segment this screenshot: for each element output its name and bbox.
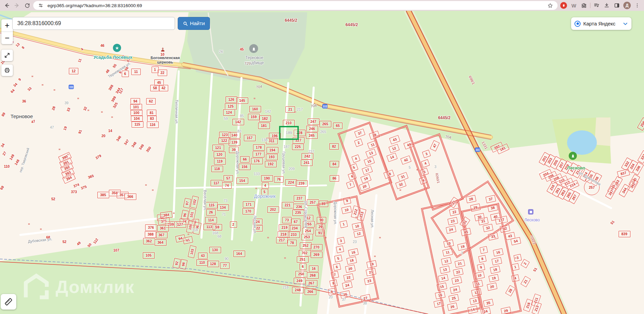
parcel-839[interactable]: 839 — [619, 231, 630, 237]
parcel-371[interactable]: 371 — [157, 217, 170, 225]
parcel-210[interactable]: 210 — [283, 120, 295, 126]
parcel-385[interactable]: 385 — [97, 192, 109, 198]
parcel-42[interactable]: 42 — [159, 85, 168, 91]
parcel-194[interactable]: 194 — [267, 147, 278, 153]
parcel-119[interactable]: 119 — [214, 158, 226, 165]
address-bar[interactable]: egrp365.org/map/?kadnum=36:28:8316000:69 — [33, 1, 558, 10]
parcel-9[interactable]: 9 — [343, 197, 351, 205]
parcel-4[interactable]: 4 — [336, 245, 344, 253]
parcel-269[interactable]: 269 — [311, 252, 323, 258]
parcel-344[interactable]: 344 — [619, 184, 630, 197]
parcel-43[interactable]: 43 — [198, 253, 208, 259]
parcel-121[interactable]: 121 — [212, 145, 224, 151]
parcel-216[interactable]: 216 — [523, 298, 533, 312]
parcel-4[interactable]: 4 — [262, 182, 269, 189]
parcel-252[interactable]: 252 — [300, 242, 312, 249]
parcel-84[interactable]: 84 — [330, 161, 339, 167]
parcel-702[interactable]: 702 — [299, 250, 311, 256]
parcel-237[interactable]: 237 — [294, 195, 306, 202]
parcel-117[interactable]: 117 — [211, 180, 222, 186]
parcel-182[interactable]: 182 — [259, 115, 271, 122]
parcel-347[interactable]: 347 — [605, 186, 617, 199]
parcel-5[interactable]: 5 — [334, 255, 342, 262]
parcel-81[interactable]: 81 — [147, 110, 156, 116]
extensions-icon[interactable] — [580, 1, 588, 10]
parcel-139[interactable]: 139 — [229, 139, 240, 146]
parcel-22[interactable]: 22 — [158, 70, 167, 76]
parcel-8[interactable]: 8 — [329, 279, 337, 287]
parcel-9[interactable]: 9 — [328, 288, 336, 296]
parcel-233[interactable]: 233 — [288, 232, 300, 238]
parcel-251[interactable]: 251 — [297, 256, 309, 263]
parcel-164[interactable]: 164 — [233, 251, 245, 257]
parcel-125[interactable]: 125 — [225, 103, 237, 110]
parcel-110[interactable]: 110 — [196, 259, 208, 266]
parcel-225[interactable]: 225 — [292, 144, 304, 150]
parcel-258[interactable]: 258 — [637, 117, 644, 131]
parcel-21[interactable]: 21 — [521, 276, 531, 287]
parcel-115[interactable]: 115 — [132, 121, 143, 128]
parcel-134[interactable]: 134 — [217, 204, 229, 211]
parcel-91[interactable]: 91 — [315, 230, 325, 236]
parcel-178[interactable]: 178 — [253, 144, 265, 151]
parcel-12[interactable]: 12 — [69, 68, 78, 74]
url-text[interactable]: egrp365.org/map/?kadnum=36:28:8316000:69 — [47, 3, 142, 8]
parcel-249[interactable]: 249 — [294, 278, 306, 284]
parcel-245[interactable]: 245 — [306, 132, 318, 139]
parcel-59[interactable]: 59 — [213, 224, 222, 230]
parcel-77[interactable]: 77 — [220, 262, 230, 269]
parcel-361[interactable]: 361 — [157, 225, 169, 232]
parcel-116[interactable]: 116 — [147, 122, 159, 128]
parcel-115[interactable]: 115 — [206, 202, 218, 208]
parcel-124[interactable]: 124 — [223, 109, 235, 116]
parcel-118[interactable]: 118 — [211, 166, 223, 172]
parcel-142[interactable]: 142 — [232, 119, 244, 125]
parcel-236[interactable]: 236 — [293, 204, 305, 210]
highlighted-parcel[interactable]: 189 — [279, 126, 299, 140]
parcel-127[interactable]: 127 — [174, 221, 186, 228]
parcel-86[interactable]: 86 — [330, 175, 339, 182]
parcel-128[interactable]: 128 — [207, 261, 219, 267]
parcel-7[interactable]: 7 — [346, 180, 355, 189]
parcel-254[interactable]: 254 — [302, 228, 314, 234]
parcel-217[interactable]: 217 — [276, 237, 288, 243]
parcel-235[interactable]: 235 — [292, 209, 304, 216]
parcel-78[interactable]: 78 — [287, 240, 297, 246]
parcel-239[interactable]: 239 — [296, 180, 308, 187]
parcel-1[interactable]: 1 — [339, 220, 348, 228]
parcel-376[interactable]: 376 — [145, 224, 157, 231]
downloads-icon[interactable] — [603, 1, 611, 10]
adblock-icon[interactable] — [560, 1, 568, 10]
sidebar-icon[interactable] — [613, 1, 621, 10]
parcel-83[interactable]: 83 — [147, 115, 157, 122]
parcel-8[interactable]: 8 — [478, 255, 486, 263]
parcel-257[interactable]: 257 — [307, 199, 319, 206]
parcel-57[interactable]: 57 — [223, 175, 233, 182]
parcel-3[interactable]: 3 — [513, 254, 522, 262]
parcel-157[interactable]: 157 — [244, 135, 256, 141]
parcel-9[interactable]: 9 — [477, 263, 485, 271]
parcel-388[interactable]: 388 — [145, 231, 157, 238]
parcel-6[interactable]: 6 — [333, 263, 341, 271]
parcel-192[interactable]: 192 — [265, 161, 277, 167]
parcel-26[interactable]: 26 — [206, 209, 216, 216]
parcel-270[interactable]: 270 — [311, 244, 323, 251]
parcel-234[interactable]: 234 — [289, 225, 301, 232]
parcel-103[interactable]: 103 — [188, 245, 196, 258]
parcel-362[interactable]: 362 — [143, 238, 155, 244]
parcel-65[interactable]: 65 — [333, 123, 343, 129]
fullscreen-button[interactable] — [1, 50, 13, 61]
parcel-160[interactable]: 160 — [249, 106, 261, 112]
parcel-247[interactable]: 247 — [308, 118, 319, 125]
parcel-104[interactable]: 104 — [131, 115, 143, 122]
parcel-21[interactable]: 21 — [286, 106, 295, 113]
parcel-90[interactable]: 90 — [317, 217, 326, 223]
profile-avatar[interactable]: Д — [623, 1, 631, 10]
site-info-icon[interactable] — [37, 1, 45, 10]
parcel-67[interactable]: 67 — [291, 219, 300, 225]
parcel-193[interactable]: 193 — [266, 154, 278, 160]
parcel-89[interactable]: 89 — [319, 201, 328, 207]
parcel-3[interactable]: 3 — [337, 237, 345, 245]
parcel-66[interactable]: 66 — [240, 156, 250, 163]
parcel-171[interactable]: 171 — [243, 201, 255, 208]
